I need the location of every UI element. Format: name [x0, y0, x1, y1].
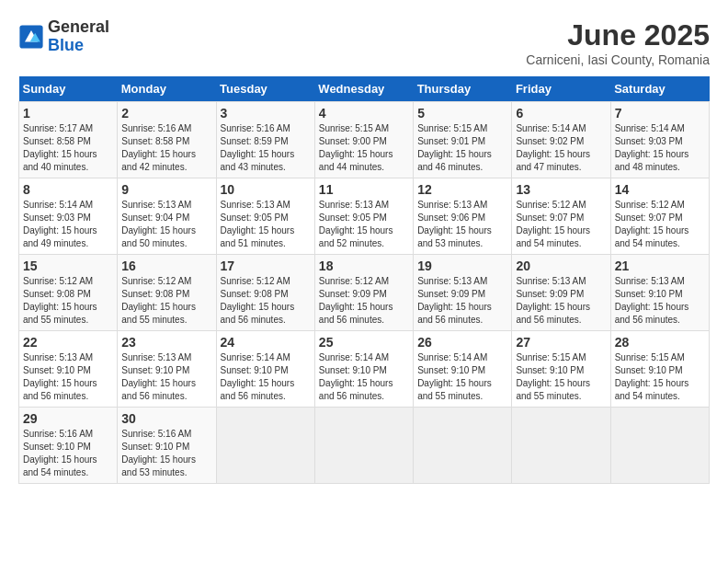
day-11: 11 Sunrise: 5:13 AMSunset: 9:05 PMDaylig… — [314, 178, 413, 255]
header-tuesday: Tuesday — [216, 76, 314, 102]
title-area: June 2025 Carniceni, Iasi County, Romani… — [526, 18, 710, 67]
day-14: 14 Sunrise: 5:12 AMSunset: 9:07 PMDaylig… — [610, 178, 709, 255]
weekday-header-row: Sunday Monday Tuesday Wednesday Thursday… — [19, 76, 710, 102]
main-title: June 2025 — [526, 18, 710, 52]
table-row: 29 Sunrise: 5:16 AMSunset: 9:10 PMDaylig… — [19, 408, 710, 484]
day-21: 21 Sunrise: 5:13 AMSunset: 9:10 PMDaylig… — [610, 255, 709, 331]
day-10: 10 Sunrise: 5:13 AMSunset: 9:05 PMDaylig… — [216, 178, 314, 255]
empty-cell — [512, 408, 610, 484]
header-friday: Friday — [512, 76, 610, 102]
day-23: 23 Sunrise: 5:13 AMSunset: 9:10 PMDaylig… — [118, 331, 216, 408]
empty-cell — [414, 408, 512, 484]
day-24: 24 Sunrise: 5:14 AMSunset: 9:10 PMDaylig… — [216, 331, 314, 408]
table-row: 22 Sunrise: 5:13 AMSunset: 9:10 PMDaylig… — [19, 331, 710, 408]
header-sunday: Sunday — [19, 76, 118, 102]
day-7: 7 Sunrise: 5:14 AMSunset: 9:03 PMDayligh… — [610, 102, 709, 178]
day-17: 17 Sunrise: 5:12 AMSunset: 9:08 PMDaylig… — [216, 255, 314, 331]
day-8: 8 Sunrise: 5:14 AMSunset: 9:03 PMDayligh… — [19, 178, 118, 255]
day-22: 22 Sunrise: 5:13 AMSunset: 9:10 PMDaylig… — [19, 331, 118, 408]
day-27: 27 Sunrise: 5:15 AMSunset: 9:10 PMDaylig… — [512, 331, 610, 408]
empty-cell — [610, 408, 709, 484]
day-28: 28 Sunrise: 5:15 AMSunset: 9:10 PMDaylig… — [610, 331, 709, 408]
day-12: 12 Sunrise: 5:13 AMSunset: 9:06 PMDaylig… — [414, 178, 512, 255]
day-9: 9 Sunrise: 5:13 AMSunset: 9:04 PMDayligh… — [118, 178, 216, 255]
header-wednesday: Wednesday — [314, 76, 413, 102]
day-29: 29 Sunrise: 5:16 AMSunset: 9:10 PMDaylig… — [19, 408, 118, 484]
logo: General Blue — [18, 18, 109, 55]
header-monday: Monday — [118, 76, 216, 102]
day-26: 26 Sunrise: 5:14 AMSunset: 9:10 PMDaylig… — [414, 331, 512, 408]
table-row: 8 Sunrise: 5:14 AMSunset: 9:03 PMDayligh… — [19, 178, 710, 255]
day-19: 19 Sunrise: 5:13 AMSunset: 9:09 PMDaylig… — [414, 255, 512, 331]
day-5: 5 Sunrise: 5:15 AMSunset: 9:01 PMDayligh… — [414, 102, 512, 178]
day-13: 13 Sunrise: 5:12 AMSunset: 9:07 PMDaylig… — [512, 178, 610, 255]
table-row: 15 Sunrise: 5:12 AMSunset: 9:08 PMDaylig… — [19, 255, 710, 331]
table-row: 1 Sunrise: 5:17 AMSunset: 8:58 PMDayligh… — [19, 102, 710, 178]
header: General Blue June 2025 Carniceni, Iasi C… — [18, 18, 710, 67]
subtitle: Carniceni, Iasi County, Romania — [526, 52, 710, 67]
day-15: 15 Sunrise: 5:12 AMSunset: 9:08 PMDaylig… — [19, 255, 118, 331]
calendar-table: Sunday Monday Tuesday Wednesday Thursday… — [18, 76, 710, 484]
day-3: 3 Sunrise: 5:16 AMSunset: 8:59 PMDayligh… — [216, 102, 314, 178]
header-saturday: Saturday — [610, 76, 709, 102]
logo-text: General Blue — [48, 18, 109, 55]
day-4: 4 Sunrise: 5:15 AMSunset: 9:00 PMDayligh… — [314, 102, 413, 178]
day-20: 20 Sunrise: 5:13 AMSunset: 9:09 PMDaylig… — [512, 255, 610, 331]
day-18: 18 Sunrise: 5:12 AMSunset: 9:09 PMDaylig… — [314, 255, 413, 331]
day-16: 16 Sunrise: 5:12 AMSunset: 9:08 PMDaylig… — [118, 255, 216, 331]
day-30: 30 Sunrise: 5:16 AMSunset: 9:10 PMDaylig… — [118, 408, 216, 484]
day-1: 1 Sunrise: 5:17 AMSunset: 8:58 PMDayligh… — [19, 102, 118, 178]
header-thursday: Thursday — [414, 76, 512, 102]
empty-cell — [314, 408, 413, 484]
logo-icon — [18, 24, 44, 50]
day-25: 25 Sunrise: 5:14 AMSunset: 9:10 PMDaylig… — [314, 331, 413, 408]
logo-general: General — [48, 18, 109, 37]
logo-blue: Blue — [48, 37, 109, 55]
empty-cell — [216, 408, 314, 484]
day-6: 6 Sunrise: 5:14 AMSunset: 9:02 PMDayligh… — [512, 102, 610, 178]
day-2: 2 Sunrise: 5:16 AMSunset: 8:58 PMDayligh… — [118, 102, 216, 178]
